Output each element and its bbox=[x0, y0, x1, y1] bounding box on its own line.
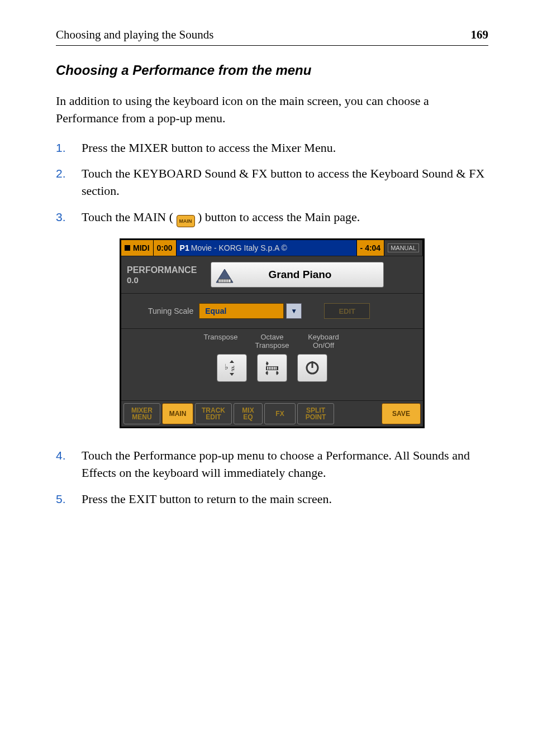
header-title: Choosing and playing the Sounds bbox=[56, 28, 213, 42]
keyboard-icon bbox=[215, 266, 235, 284]
svg-text:♯: ♯ bbox=[231, 364, 235, 374]
svg-rect-14 bbox=[274, 367, 275, 370]
tab-fx[interactable]: FX bbox=[264, 403, 296, 424]
performance-name: Grand Piano bbox=[239, 269, 383, 281]
keyboard-onoff-label: Keyboard On/Off bbox=[298, 333, 349, 350]
svg-rect-15 bbox=[275, 367, 277, 370]
transpose-button[interactable]: ♭♯ bbox=[217, 354, 247, 382]
performance-label: PERFORMANCE bbox=[127, 265, 211, 275]
tuning-scale-label: Tuning Scale bbox=[148, 307, 193, 315]
svg-rect-10 bbox=[267, 367, 268, 370]
titlebar-midi: MIDI bbox=[121, 240, 154, 256]
step-number: 3. bbox=[56, 209, 66, 225]
step-5: 5. Press the EXIT button to return to th… bbox=[56, 491, 488, 508]
keyboard-onoff-button[interactable] bbox=[297, 354, 327, 382]
octave-transpose-label: Octave Transpose bbox=[246, 333, 298, 350]
titlebar-song: P1 Movie - KORG Italy S.p.A © bbox=[177, 240, 357, 256]
tuning-scale-dropdown[interactable]: Equal ▼ bbox=[199, 303, 302, 319]
svg-rect-12 bbox=[270, 367, 272, 370]
song-prefix: P1 bbox=[180, 243, 189, 252]
chevron-down-icon[interactable]: ▼ bbox=[286, 303, 302, 319]
stop-icon bbox=[125, 245, 130, 251]
step-text-post: ) button to access the Main page. bbox=[198, 210, 360, 224]
header-page-number: 169 bbox=[471, 28, 489, 42]
titlebar: MIDI 0:00 P1 Movie - KORG Italy S.p.A © … bbox=[121, 240, 423, 256]
svg-text:♭: ♭ bbox=[225, 362, 229, 371]
step-1: 1. Press the MIXER button to access the … bbox=[56, 140, 488, 157]
performance-popup-button[interactable]: Grand Piano bbox=[211, 262, 384, 288]
page-header: Choosing and playing the Sounds 169 bbox=[56, 28, 488, 46]
step-number: 5. bbox=[56, 491, 66, 507]
tab-track-edit[interactable]: TRACK EDIT bbox=[195, 403, 232, 424]
step-text: Press the EXIT button to return to the m… bbox=[82, 492, 332, 506]
manual-button[interactable]: MANUAL bbox=[388, 243, 419, 252]
svg-rect-11 bbox=[269, 367, 270, 370]
tuning-row: Tuning Scale Equal ▼ EDIT bbox=[121, 294, 423, 329]
step-4: 4. Touch the Performance pop-up menu to … bbox=[56, 447, 488, 482]
step-number: 2. bbox=[56, 165, 66, 181]
tab-mixer-menu[interactable]: MIXER MENU bbox=[123, 403, 160, 424]
midi-label: MIDI bbox=[133, 243, 150, 252]
step-text-pre: Touch the MAIN ( bbox=[82, 210, 173, 224]
svg-rect-13 bbox=[272, 367, 273, 370]
transpose-row: Transpose Octave Transpose Keyboard On/O… bbox=[121, 329, 423, 401]
save-button[interactable]: SAVE bbox=[382, 403, 421, 424]
step-number: 1. bbox=[56, 140, 66, 156]
edit-button[interactable]: EDIT bbox=[324, 303, 370, 319]
intro-paragraph: In addition to using the keyboard icon o… bbox=[56, 93, 488, 127]
main-button-icon: MAIN bbox=[177, 215, 195, 227]
tab-mix-eq[interactable]: MIX EQ bbox=[234, 403, 263, 424]
tab-split-point[interactable]: SPLIT POINT bbox=[297, 403, 334, 424]
steps-list: 1. Press the MIXER button to access the … bbox=[56, 140, 488, 228]
titlebar-manual[interactable]: MANUAL bbox=[384, 240, 423, 256]
song-title: Movie - KORG Italy S.p.A © bbox=[191, 243, 287, 252]
step-text: Press the MIXER button to access the Mix… bbox=[82, 141, 336, 155]
titlebar-right-time: - 4:04 bbox=[357, 240, 385, 256]
bottom-tab-bar: MIXER MENU MAIN TRACK EDIT MIX EQ FX SPL… bbox=[121, 401, 423, 427]
device-screenshot: MIDI 0:00 P1 Movie - KORG Italy S.p.A © … bbox=[120, 238, 425, 428]
steps-list-continued: 4. Touch the Performance pop-up menu to … bbox=[56, 447, 488, 508]
performance-row: PERFORMANCE 0.0 bbox=[121, 256, 423, 294]
step-3: 3. Touch the MAIN ( MAIN ) button to acc… bbox=[56, 209, 488, 227]
step-text: Touch the Performance pop-up menu to cho… bbox=[82, 448, 470, 480]
tab-main[interactable]: MAIN bbox=[162, 403, 193, 424]
step-2: 2. Touch the KEYBOARD Sound & FX button … bbox=[56, 165, 488, 200]
step-number: 4. bbox=[56, 447, 66, 463]
transpose-label: Transpose bbox=[195, 333, 246, 350]
section-subheading: Choosing a Performance from the menu bbox=[56, 63, 488, 78]
tuning-scale-value: Equal bbox=[199, 303, 284, 319]
octave-transpose-button[interactable] bbox=[257, 354, 287, 382]
titlebar-left-time: 0:00 bbox=[154, 240, 177, 256]
performance-label-block: PERFORMANCE 0.0 bbox=[121, 265, 211, 285]
step-text: Touch the KEYBOARD Sound & FX button to … bbox=[82, 166, 484, 198]
performance-number: 0.0 bbox=[127, 275, 211, 285]
